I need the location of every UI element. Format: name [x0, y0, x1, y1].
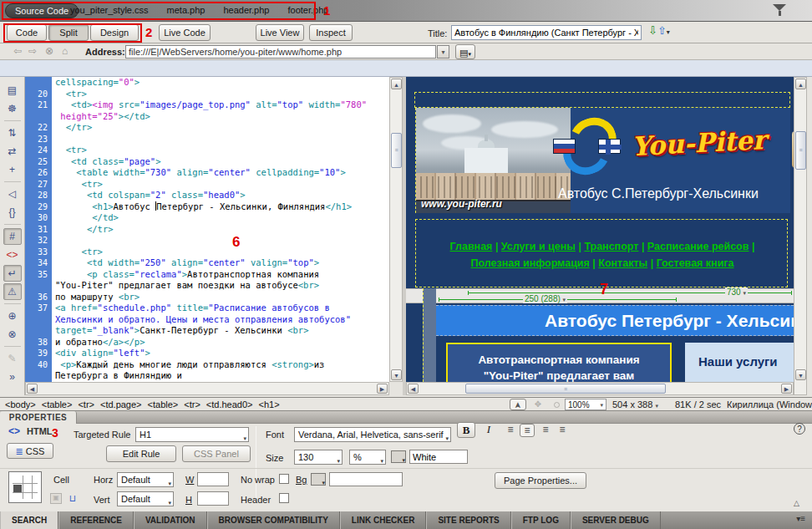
scroll-up-icon[interactable]: ▲ [795, 79, 806, 89]
tag-selector-item[interactable]: <tr> [184, 399, 200, 409]
site-nav-link[interactable]: Транспорт [584, 241, 638, 252]
code-vertical-scrollbar[interactable]: ▲ ≡ ▼ [389, 77, 403, 382]
results-tab-validation[interactable]: VALIDATION [134, 511, 207, 529]
html-mode-label[interactable]: HTML [27, 426, 53, 436]
magnification-select[interactable]: 100%▾ [565, 399, 606, 410]
results-tab-browser-compatibility[interactable]: BROWSER COMPATIBILITY [207, 511, 340, 529]
code-line[interactable]: Хельсинки и обратно. Цены и места отправ… [25, 314, 389, 326]
tag-selector-item[interactable]: <td.head0> [206, 399, 253, 409]
scroll-left-icon[interactable]: ◀ [408, 384, 419, 394]
code-line[interactable]: 32 [25, 235, 389, 247]
code-line[interactable]: 20 <tr> [25, 89, 389, 100]
scroll-right-icon[interactable]: ▶ [781, 384, 792, 394]
balance-braces-icon[interactable]: {} [3, 204, 22, 221]
tag-selector-item[interactable]: <body> [5, 399, 36, 409]
expand-all-icon[interactable]: + [3, 161, 22, 178]
live-view-button[interactable]: Live View [256, 24, 304, 41]
cell-height-input[interactable] [197, 491, 229, 506]
site-nav-link[interactable]: Контакты [598, 257, 647, 269]
code-line[interactable]: 40 <p>Каждый день многие люди отправляют… [25, 359, 389, 371]
design-vertical-scrollbar[interactable]: ▲ ≡ ▼ [794, 77, 807, 395]
code-line[interactable]: 28 <td colspan="2" class="head0"> [25, 190, 389, 201]
inspect-button[interactable]: Inspect [309, 24, 353, 41]
results-tab-link-checker[interactable]: LINK CHECKER [340, 511, 427, 529]
scroll-right-icon[interactable]: ▶ [377, 384, 388, 394]
align-center-icon[interactable]: ≡ [520, 424, 535, 437]
back-icon[interactable]: ⇦ [13, 45, 22, 57]
font-select[interactable]: Verdana, Arial, Helvetica, sans-serif▾ [294, 427, 451, 442]
file-management-icons[interactable]: ⇩⇧▾ [648, 24, 670, 37]
split-cell-icon[interactable]: ⊔ [67, 493, 79, 504]
highlight-invalid-code-icon[interactable]: <> [3, 247, 22, 263]
scroll-down-icon[interactable]: ▼ [391, 369, 402, 380]
page-heading-banner[interactable]: Автобус Петербург - Хельсин [436, 305, 794, 336]
syntax-error-alerts-icon[interactable]: ⚠ [3, 283, 22, 300]
code-line[interactable]: "You-Piter" предлагает вам поездки на ав… [25, 280, 389, 292]
live-code-button[interactable]: Live Code [159, 24, 211, 41]
code-line[interactable]: height="25"></td> [25, 111, 389, 123]
format-source-code-icon[interactable]: ✎ [3, 350, 22, 367]
scroll-down-icon[interactable]: ▼ [795, 369, 806, 380]
scrollbar-thumb[interactable]: ≡ [465, 384, 666, 394]
scroll-up-icon[interactable]: ▲ [391, 79, 402, 89]
address-dropdown-icon[interactable]: ▾ [437, 45, 449, 58]
css-panel-button[interactable]: CSS Panel [182, 445, 251, 462]
scrollbar-thumb[interactable]: ≡ [391, 133, 402, 168]
bold-button[interactable]: B [457, 422, 475, 438]
size-select[interactable]: 130▾ [294, 450, 343, 465]
panel-menu-icon[interactable]: ▾≡ [796, 514, 805, 523]
select-parent-tag-icon[interactable]: ◁ [3, 186, 22, 202]
cell-bg-input[interactable] [329, 472, 403, 486]
scroll-left-icon[interactable]: ◀ [27, 384, 38, 394]
text-color-swatch[interactable] [391, 450, 406, 463]
cell-width-input[interactable] [197, 472, 229, 486]
title-input[interactable] [451, 25, 642, 40]
zoom-tool-icon[interactable] [548, 399, 565, 410]
help-icon[interactable]: ? [794, 423, 805, 435]
code-line[interactable]: 31 </tr> [25, 224, 389, 236]
home-icon[interactable]: ⌂ [62, 45, 68, 57]
site-nav-link[interactable]: Гостевая книга [657, 257, 734, 269]
site-header-image[interactable]: You-Piter Автобус С.Петербург-Хельсинки … [415, 108, 790, 213]
code-line[interactable]: 39<div align="left"> [25, 348, 389, 359]
italic-button[interactable]: I [481, 422, 496, 438]
align-right-icon[interactable]: ≡ [538, 424, 553, 437]
css-mode-button[interactable]: ≣CSS [7, 443, 53, 459]
merge-cells-icon[interactable]: ▣ [50, 493, 62, 504]
code-line[interactable]: 22 </tr> [25, 122, 389, 134]
code-line[interactable]: 34 <td width="250" align="center" valign… [25, 257, 389, 269]
code-line[interactable]: target="_blank">Санкт-Петербург - Хельси… [25, 325, 389, 337]
select-tool-icon[interactable]: ➤ [510, 399, 526, 410]
word-wrap-icon[interactable]: ↵ [3, 265, 22, 282]
code-line[interactable]: 21 <td><img src="images/page_top.png" al… [25, 99, 389, 111]
results-tab-search[interactable]: SEARCH [0, 511, 58, 529]
cell-bg-color-swatch[interactable] [311, 473, 326, 486]
results-tab-reference[interactable]: REFERENCE [58, 511, 134, 529]
column-width-marker-250[interactable]: 250 (288) ▾ [523, 294, 567, 303]
code-line[interactable]: 24 <tr> [25, 145, 389, 156]
code-line[interactable]: 26 <table width="730" align="center" cel… [25, 167, 389, 179]
tag-selector-item[interactable]: <table> [42, 399, 73, 409]
page-properties-button[interactable]: Page Properties... [495, 472, 586, 489]
code-line[interactable]: 27 <tr> [25, 179, 389, 191]
collapse-selection-icon[interactable]: ⇄ [3, 143, 22, 160]
code-navigator-icon[interactable]: ☸ [3, 100, 22, 117]
targeted-rule-select[interactable]: H1▾ [135, 427, 249, 442]
code-editor[interactable]: cellspacing="0">20 <tr>21 <td><img src="… [25, 77, 389, 382]
scrollbar-thumb[interactable]: ≡ [795, 131, 806, 170]
hand-tool-icon[interactable]: ✥ [530, 399, 546, 410]
design-horizontal-scrollbar[interactable]: ◀ ≡ ▶ [406, 382, 794, 395]
code-line[interactable]: Петербурга в Финляндию и [25, 370, 389, 382]
promo-text-box[interactable]: Автотранспортная компания "You-Piter" пр… [446, 343, 672, 382]
results-tab-server-debug[interactable]: SERVER DEBUG [571, 511, 661, 529]
properties-tab[interactable]: PROPERTIES [0, 411, 77, 424]
address-input[interactable] [125, 45, 436, 58]
view-options-button[interactable]: ▤▾ [455, 44, 475, 59]
code-line[interactable]: 33 <tr> [25, 247, 389, 258]
code-line[interactable]: 23 [25, 134, 389, 145]
site-nav-link[interactable]: Услуги и цены [501, 241, 576, 252]
code-line[interactable]: 30 </td> [25, 212, 389, 224]
vert-select[interactable]: Default▾ [117, 491, 174, 506]
collapse-panel-icon[interactable]: △ [794, 499, 799, 507]
code-line[interactable]: 37<a href="schedule.php" title="Расписан… [25, 303, 389, 314]
